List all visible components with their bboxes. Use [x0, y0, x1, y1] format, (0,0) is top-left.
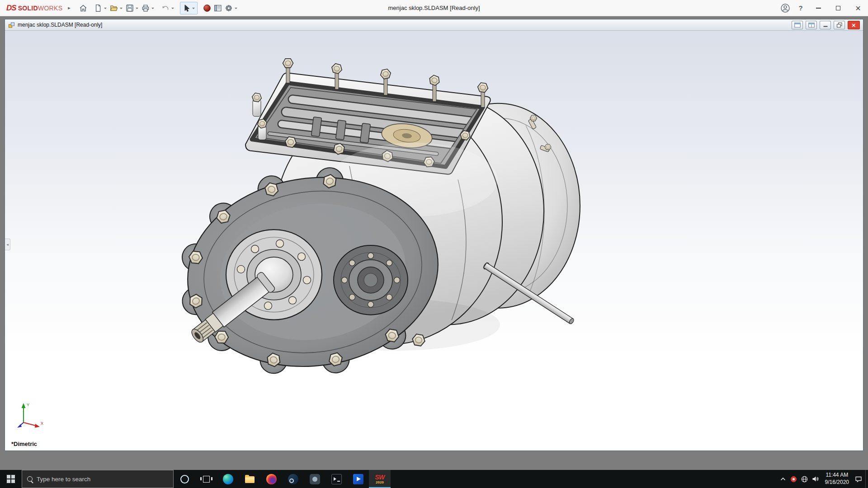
task-view-icon [203, 476, 210, 483]
dropdown-caret[interactable] [136, 8, 138, 10]
ds-logo: DS [6, 4, 16, 13]
triad-y-label: Y [27, 403, 29, 407]
red-sphere-button[interactable] [202, 2, 212, 14]
task-pane-button[interactable] [212, 2, 223, 14]
dropdown-caret[interactable] [104, 8, 107, 10]
app-titlebar: DS SOLID WORKS ▸ [0, 0, 868, 16]
close-button[interactable]: × [848, 0, 868, 16]
restore-icon [836, 22, 842, 28]
new-document-icon [94, 4, 103, 13]
volume-button[interactable] [810, 470, 821, 488]
save-button[interactable] [124, 2, 140, 14]
new-document-button[interactable] [93, 2, 108, 14]
menu-expand-arrow[interactable]: ▸ [64, 4, 74, 12]
print-button[interactable] [140, 2, 156, 14]
taskbar-item-edge[interactable] [217, 470, 239, 488]
doc-close-button[interactable]: × [848, 21, 860, 29]
system-tray: 11:44 AM 9/16/2020 [778, 470, 868, 488]
taskbar: SW 2020 11:44 AM 9/16/2020 [0, 470, 868, 488]
doc-minimize-button[interactable] [820, 21, 831, 29]
window-pane-icon [794, 23, 801, 28]
open-folder-icon [109, 4, 118, 13]
action-center-button[interactable] [853, 470, 864, 488]
minimize-icon [816, 8, 821, 9]
edge-icon [223, 474, 233, 484]
terminal-icon [331, 474, 342, 484]
close-icon: × [852, 22, 856, 28]
open-button[interactable] [108, 2, 124, 14]
app-title: menjac sklop.SLDASM [Read-only] [388, 0, 480, 16]
dropdown-caret[interactable] [171, 8, 174, 10]
help-icon: ? [798, 4, 802, 12]
status-red-icon [790, 476, 797, 483]
options-button[interactable] [223, 2, 239, 14]
start-button[interactable] [0, 470, 22, 488]
media-player-icon [353, 474, 363, 484]
taskbar-item-media-player[interactable] [347, 470, 369, 488]
doc-pane-button-2[interactable] [806, 21, 817, 29]
taskbar-item-terminal[interactable] [326, 470, 347, 488]
taskbar-item-file-explorer[interactable] [239, 470, 260, 488]
account-button[interactable] [778, 0, 793, 16]
maximize-button[interactable] [828, 0, 848, 16]
triad-x-label: X [41, 421, 43, 426]
firefox-icon [266, 474, 277, 484]
taskbar-item-solidworks[interactable]: SW 2020 [369, 470, 391, 488]
network-button[interactable] [799, 470, 810, 488]
clock[interactable]: 11:44 AM 9/16/2020 [821, 470, 853, 488]
file-explorer-icon [245, 476, 255, 483]
chevron-up-icon [780, 477, 786, 481]
maximize-icon [836, 6, 840, 10]
document-window: menjac sklop.SLDASM [Read-only] × [5, 19, 863, 451]
doc-pane-button-1[interactable] [792, 21, 803, 29]
task-pane-icon [213, 4, 222, 13]
select-cursor-icon [182, 4, 191, 13]
print-icon [141, 4, 150, 13]
gear-icon [224, 4, 233, 13]
dropdown-caret[interactable] [235, 8, 237, 10]
home-button[interactable] [78, 2, 89, 14]
taskbar-search[interactable] [22, 470, 174, 488]
network-globe-icon [801, 476, 808, 483]
solidworks-logo: DS SOLID WORKS [0, 4, 64, 13]
document-window-controls: × [792, 21, 861, 29]
taskbar-item-app[interactable] [304, 470, 326, 488]
document-titlebar[interactable]: menjac sklop.SLDASM [Read-only] × [5, 19, 863, 31]
search-input[interactable] [37, 476, 168, 483]
windows-logo-icon [7, 475, 15, 483]
action-center-icon [855, 476, 862, 483]
taskbar-item-firefox[interactable] [260, 470, 282, 488]
feature-tree-collapse-tab[interactable]: ◂ [5, 239, 10, 250]
volume-icon [812, 476, 819, 482]
show-desktop-button[interactable] [865, 470, 868, 488]
help-button[interactable]: ? [793, 0, 808, 16]
taskbar-item-task-view[interactable] [195, 470, 217, 488]
steam-icon [288, 474, 298, 484]
tray-status-button[interactable] [788, 470, 799, 488]
gearbox-model[interactable] [5, 31, 863, 450]
dropdown-caret[interactable] [192, 8, 195, 10]
dropdown-caret[interactable] [151, 8, 154, 10]
hidden-icons-button[interactable] [778, 470, 788, 488]
dropdown-caret[interactable] [120, 8, 123, 10]
document-title: menjac sklop.SLDASM [Read-only] [18, 22, 102, 28]
taskbar-item-cortana[interactable] [174, 470, 195, 488]
view-orientation-label: *Dimetric [11, 441, 37, 447]
save-icon [125, 4, 134, 13]
search-icon [27, 476, 33, 482]
window-split-icon [808, 23, 815, 28]
app-icon [310, 474, 320, 484]
home-icon [79, 4, 88, 13]
undo-button[interactable] [160, 2, 176, 14]
quick-access-toolbar [78, 2, 243, 14]
user-icon [780, 3, 790, 13]
clock-date: 9/16/2020 [825, 479, 849, 485]
select-tool-button[interactable] [180, 2, 198, 14]
close-icon: × [855, 4, 861, 13]
side-cover-boss[interactable] [334, 245, 408, 315]
minimize-button[interactable] [808, 0, 828, 16]
taskbar-item-steam[interactable] [282, 470, 304, 488]
doc-restore-button[interactable] [834, 21, 845, 29]
graphics-viewport[interactable]: ◂ Y X *Dimetric [5, 31, 863, 450]
solidworks-icon: SW 2020 [375, 474, 385, 484]
